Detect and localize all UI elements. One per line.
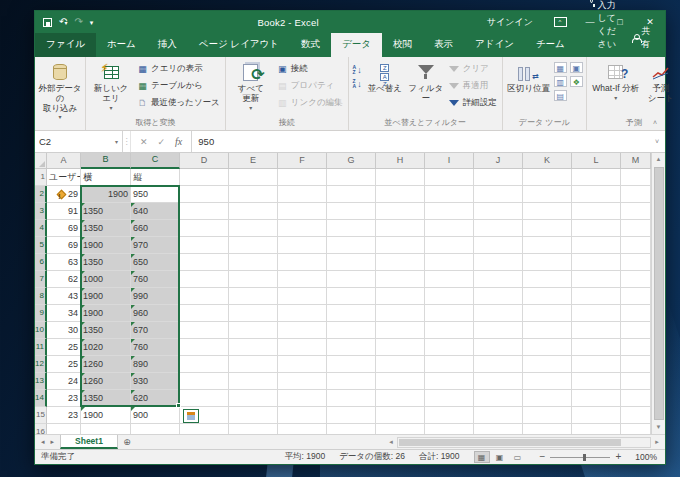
- text-to-columns-button[interactable]: ⇄ 区切り位置: [506, 59, 552, 116]
- cell-J13[interactable]: [474, 373, 523, 390]
- cell-E6[interactable]: [229, 254, 278, 271]
- cell-E7[interactable]: [229, 271, 278, 288]
- vertical-scroll-thumb[interactable]: [654, 167, 664, 420]
- cell-C15[interactable]: 900: [131, 407, 180, 424]
- cell-D7[interactable]: [180, 271, 229, 288]
- cell-M3[interactable]: [621, 203, 651, 220]
- cell-F14[interactable]: [278, 390, 327, 407]
- cell-I11[interactable]: [425, 339, 474, 356]
- error-checking-icon[interactable]: [57, 190, 67, 200]
- cell-L8[interactable]: [572, 288, 621, 305]
- ribbon-tab-挿入[interactable]: 挿入: [147, 33, 188, 57]
- cell-M6[interactable]: [621, 254, 651, 271]
- cell-M4[interactable]: [621, 220, 651, 237]
- cell-G9[interactable]: [327, 305, 376, 322]
- ribbon-tab-ページ レイアウト[interactable]: ページ レイアウト: [188, 33, 290, 57]
- row-header-7[interactable]: 7: [35, 271, 47, 288]
- column-header-K[interactable]: K: [523, 153, 572, 169]
- cell-L1[interactable]: [572, 169, 621, 186]
- cell-B10[interactable]: 1350: [81, 322, 131, 339]
- cell-G5[interactable]: [327, 237, 376, 254]
- cell-F1[interactable]: [278, 169, 327, 186]
- cell-G14[interactable]: [327, 390, 376, 407]
- insert-function-icon[interactable]: fx: [175, 136, 182, 147]
- cell-M8[interactable]: [621, 288, 651, 305]
- cell-B1[interactable]: 横: [81, 169, 131, 186]
- ribbon-tab-数式[interactable]: 数式: [290, 33, 331, 57]
- properties-button[interactable]: ▤プロパティ: [275, 78, 345, 94]
- cell-K6[interactable]: [523, 254, 572, 271]
- ribbon-tab-チーム[interactable]: チーム: [525, 33, 576, 57]
- new-sheet-button[interactable]: ⊕: [118, 435, 136, 449]
- cell-L15[interactable]: [572, 407, 621, 424]
- column-header-D[interactable]: D: [180, 153, 229, 169]
- cell-M7[interactable]: [621, 271, 651, 288]
- edit-links-button[interactable]: ▥リンクの編集: [275, 95, 345, 111]
- row-header-8[interactable]: 8: [35, 288, 47, 305]
- cell-J12[interactable]: [474, 356, 523, 373]
- cell-C10[interactable]: 670: [131, 322, 180, 339]
- connections-button[interactable]: ▣接続: [275, 61, 345, 77]
- cell-G4[interactable]: [327, 220, 376, 237]
- cell-F5[interactable]: [278, 237, 327, 254]
- cell-H11[interactable]: [376, 339, 425, 356]
- cell-K2[interactable]: [523, 186, 572, 203]
- cell-H15[interactable]: [376, 407, 425, 424]
- cell-D11[interactable]: [180, 339, 229, 356]
- filter-button[interactable]: フィルター: [407, 59, 445, 116]
- cell-G13[interactable]: [327, 373, 376, 390]
- sort-descending-button[interactable]: ZA↓: [352, 77, 363, 90]
- cell-D1[interactable]: [180, 169, 229, 186]
- save-icon[interactable]: [43, 18, 52, 27]
- recent-sources-button[interactable]: 🗋最近使ったソース: [135, 95, 222, 111]
- cell-M16[interactable]: [621, 424, 651, 434]
- cell-A1[interactable]: ユーザー: [47, 169, 81, 186]
- cell-F10[interactable]: [278, 322, 327, 339]
- column-header-J[interactable]: J: [474, 153, 523, 169]
- consolidate-icon[interactable]: ▣: [570, 62, 583, 73]
- cell-A3[interactable]: 91: [47, 203, 81, 220]
- cell-B6[interactable]: 1350: [81, 254, 131, 271]
- cell-D12[interactable]: [180, 356, 229, 373]
- relationships-icon[interactable]: ❖: [570, 76, 583, 87]
- cell-B13[interactable]: 1260: [81, 373, 131, 390]
- cell-I15[interactable]: [425, 407, 474, 424]
- cell-G1[interactable]: [327, 169, 376, 186]
- what-if-analysis-button[interactable]: ? What-If 分析 ▾: [590, 59, 642, 116]
- share-button[interactable]: 共有: [620, 25, 665, 57]
- cell-K14[interactable]: [523, 390, 572, 407]
- cell-I7[interactable]: [425, 271, 474, 288]
- zoom-out-button[interactable]: −: [540, 452, 546, 462]
- cell-A14[interactable]: 23: [47, 390, 81, 407]
- cell-K1[interactable]: [523, 169, 572, 186]
- cell-A7[interactable]: 62: [47, 271, 81, 288]
- sort-ascending-button[interactable]: AZ↓: [352, 63, 363, 76]
- cell-F2[interactable]: [278, 186, 327, 203]
- zoom-slider-thumb[interactable]: [583, 454, 586, 461]
- cell-K13[interactable]: [523, 373, 572, 390]
- cell-E10[interactable]: [229, 322, 278, 339]
- cell-M10[interactable]: [621, 322, 651, 339]
- cell-M13[interactable]: [621, 373, 651, 390]
- cell-D8[interactable]: [180, 288, 229, 305]
- scroll-down-icon[interactable]: ▼: [656, 421, 662, 434]
- column-header-C[interactable]: C: [131, 153, 180, 169]
- data-validation-icon[interactable]: ▤: [554, 90, 567, 101]
- cell-I8[interactable]: [425, 288, 474, 305]
- cell-D3[interactable]: [180, 203, 229, 220]
- cell-C4[interactable]: 660: [131, 220, 180, 237]
- cell-E2[interactable]: [229, 186, 278, 203]
- cell-K8[interactable]: [523, 288, 572, 305]
- cell-C13[interactable]: 930: [131, 373, 180, 390]
- cell-J14[interactable]: [474, 390, 523, 407]
- fill-handle[interactable]: [176, 403, 181, 408]
- clear-filter-button[interactable]: クリア: [447, 61, 499, 77]
- enter-icon[interactable]: ✓: [158, 137, 166, 147]
- cell-K10[interactable]: [523, 322, 572, 339]
- scroll-right-icon[interactable]: ▸: [651, 438, 663, 446]
- cell-H1[interactable]: [376, 169, 425, 186]
- scroll-left-icon[interactable]: ◂: [385, 438, 397, 446]
- cell-L13[interactable]: [572, 373, 621, 390]
- cell-G6[interactable]: [327, 254, 376, 271]
- reapply-button[interactable]: 再適用: [447, 78, 499, 94]
